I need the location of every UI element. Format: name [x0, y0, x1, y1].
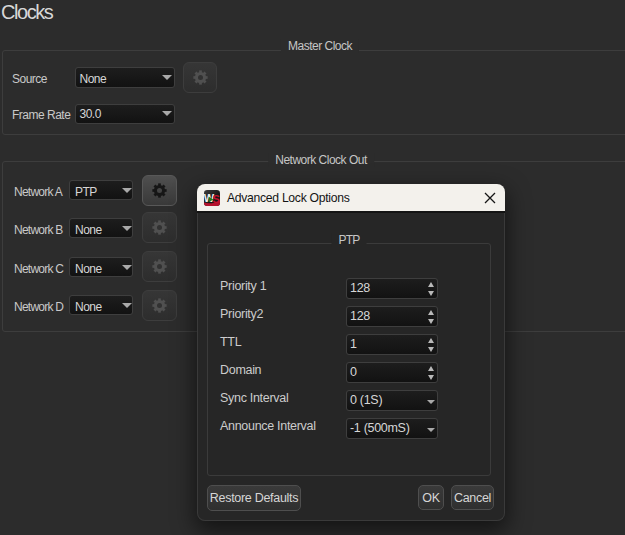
svg-text:S: S: [212, 193, 219, 205]
